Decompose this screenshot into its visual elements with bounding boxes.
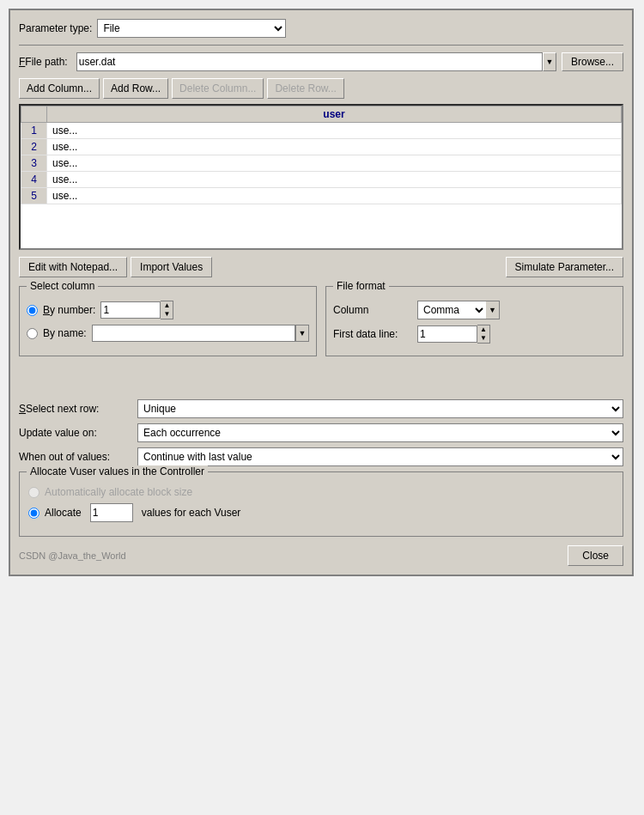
table-row[interactable]: 2use... bbox=[21, 139, 622, 155]
by-name-combo: ▼ bbox=[92, 325, 309, 342]
row-val-cell[interactable]: use... bbox=[47, 155, 622, 172]
row-num-cell: 4 bbox=[21, 172, 47, 188]
by-name-radio[interactable] bbox=[27, 328, 38, 339]
import-values-button[interactable]: Import Values bbox=[131, 257, 212, 277]
when-out-of-values-label: When out of values: bbox=[19, 451, 131, 463]
col-header-user: user bbox=[47, 106, 622, 123]
row-val-cell[interactable]: use... bbox=[47, 188, 622, 204]
action-buttons-row: Edit with Notepad... Import Values Simul… bbox=[19, 257, 623, 277]
watermark: CSDN @Java_the_World bbox=[19, 550, 126, 561]
table-row[interactable]: 4use... bbox=[21, 172, 622, 188]
auto-allocate-label: Automatically allocate block size bbox=[45, 486, 192, 498]
row-num-cell: 5 bbox=[21, 188, 47, 204]
by-name-label: By name: bbox=[43, 327, 87, 339]
by-number-up[interactable]: ▲ bbox=[161, 301, 173, 310]
panels-row: Select column By number: ▲ ▼ By nam bbox=[19, 286, 623, 356]
delete-row-button[interactable]: Delete Row... bbox=[267, 78, 343, 99]
by-number-input[interactable] bbox=[100, 301, 161, 319]
spacer bbox=[19, 365, 623, 391]
add-column-button[interactable]: Add Column... bbox=[19, 78, 100, 99]
simulate-parameter-button[interactable]: Simulate Parameter... bbox=[506, 257, 623, 277]
row-val-cell[interactable]: use... bbox=[47, 172, 622, 188]
table-row[interactable]: 5use... bbox=[21, 188, 622, 204]
by-number-down[interactable]: ▼ bbox=[161, 310, 173, 319]
param-type-label: Parameter type: bbox=[19, 22, 92, 34]
file-path-row: FFile path: ▼ Browse... bbox=[19, 52, 623, 71]
by-name-dropdown[interactable]: ▼ bbox=[295, 325, 309, 342]
column-format-combo: Comma Tab Space Other ▼ bbox=[417, 301, 500, 319]
browse-button[interactable]: Browse... bbox=[562, 52, 623, 71]
file-path-dropdown[interactable]: ▼ bbox=[543, 52, 556, 71]
by-name-input[interactable] bbox=[92, 325, 295, 342]
update-value-on-select[interactable]: Each occurrence Each iteration Once bbox=[137, 423, 623, 442]
table-row[interactable]: 1use... bbox=[21, 123, 622, 139]
add-row-button[interactable]: Add Row... bbox=[103, 78, 168, 99]
col-header-rownum bbox=[21, 106, 47, 123]
edit-notepad-button[interactable]: Edit with Notepad... bbox=[19, 257, 127, 277]
update-value-on-row: Update value on: Each occurrence Each it… bbox=[19, 423, 623, 442]
column-format-label: Column bbox=[333, 304, 410, 316]
manual-allocate-label-suffix: values for each Vuser bbox=[142, 507, 241, 519]
file-format-box: File format Column Comma Tab Space Other… bbox=[325, 286, 623, 356]
column-format-row: Column Comma Tab Space Other ▼ bbox=[333, 301, 616, 319]
by-number-spinner-btns: ▲ ▼ bbox=[161, 301, 173, 319]
by-number-label: By number: bbox=[43, 304, 95, 316]
file-path-input[interactable] bbox=[76, 52, 543, 71]
select-next-row-select[interactable]: Unique Sequential Random Same line as... bbox=[137, 399, 623, 418]
update-value-on-label: Update value on: bbox=[19, 427, 131, 439]
select-next-row-row: SSelect next row: Unique Sequential Rand… bbox=[19, 399, 623, 418]
first-data-line-spinner-btns: ▲ ▼ bbox=[477, 325, 490, 344]
bottom-section: SSelect next row: Unique Sequential Rand… bbox=[19, 399, 623, 537]
by-number-radio[interactable] bbox=[27, 305, 38, 316]
by-number-spinner: ▲ ▼ bbox=[100, 301, 309, 319]
allocate-box: Allocate Vuser values in the Controller … bbox=[19, 471, 623, 537]
row-num-cell: 1 bbox=[21, 123, 47, 139]
first-data-line-spinner: ▲ ▼ bbox=[417, 325, 616, 344]
close-button[interactable]: Close bbox=[568, 545, 623, 566]
first-data-line-label: First data line: bbox=[333, 328, 410, 340]
first-data-line-down[interactable]: ▼ bbox=[477, 334, 489, 343]
when-out-of-values-select[interactable]: Continue with last value Cycle Abort Vus… bbox=[137, 447, 623, 466]
allocate-input[interactable] bbox=[90, 503, 133, 522]
by-number-row: By number: ▲ ▼ bbox=[27, 301, 309, 319]
manual-allocate-radio[interactable] bbox=[28, 508, 39, 519]
row-val-cell[interactable]: use... bbox=[47, 139, 622, 155]
by-name-row: By name: ▼ bbox=[27, 325, 309, 342]
auto-allocate-radio[interactable] bbox=[28, 487, 39, 498]
select-next-row-label: SSelect next row: bbox=[19, 403, 131, 415]
first-data-line-row: First data line: ▲ ▼ bbox=[333, 325, 616, 344]
table-row[interactable]: 3use... bbox=[21, 155, 622, 172]
footer-bar: CSDN @Java_the_World Close bbox=[19, 545, 623, 566]
when-out-of-values-row: When out of values: Continue with last v… bbox=[19, 447, 623, 466]
auto-allocate-row: Automatically allocate block size bbox=[28, 486, 614, 498]
column-format-dropdown[interactable]: ▼ bbox=[486, 301, 500, 319]
column-format-select[interactable]: Comma Tab Space Other bbox=[417, 301, 486, 319]
row-val-cell[interactable]: use... bbox=[47, 123, 622, 139]
first-data-line-up[interactable]: ▲ bbox=[477, 325, 489, 334]
manual-allocate-row: Allocate values for each Vuser bbox=[28, 503, 614, 522]
data-table: user 1use...2use...3use...4use...5use... bbox=[21, 106, 622, 204]
main-container: Parameter type: File String Number Date … bbox=[9, 9, 634, 576]
row-num-cell: 2 bbox=[21, 139, 47, 155]
select-column-box: Select column By number: ▲ ▼ By nam bbox=[19, 286, 317, 356]
first-data-line-input[interactable] bbox=[417, 325, 477, 343]
file-format-title: File format bbox=[333, 280, 389, 292]
file-path-label: FFile path: bbox=[19, 56, 68, 68]
row-num-cell: 3 bbox=[21, 155, 47, 172]
manual-allocate-label-prefix: Allocate bbox=[45, 507, 82, 519]
delete-column-button[interactable]: Delete Column... bbox=[172, 78, 264, 99]
allocate-box-title: Allocate Vuser values in the Controller bbox=[27, 465, 208, 477]
param-type-row: Parameter type: File String Number Date … bbox=[19, 19, 623, 38]
param-type-select[interactable]: File String Number Date Custom bbox=[97, 19, 286, 38]
select-column-title: Select column bbox=[27, 280, 98, 292]
table-area: user 1use...2use...3use...4use...5use... bbox=[19, 104, 623, 250]
toolbar-row: Add Column... Add Row... Delete Column..… bbox=[19, 78, 623, 99]
